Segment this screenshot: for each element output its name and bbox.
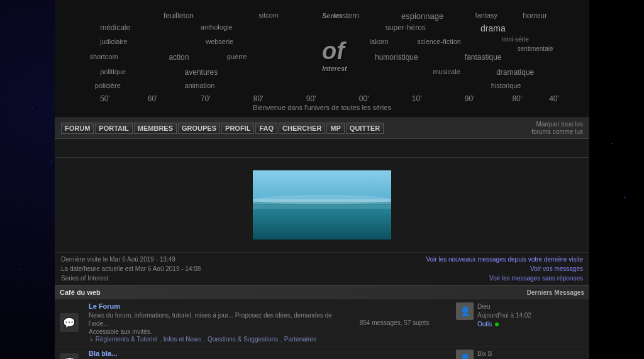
nav-profil[interactable]: PROFIL	[221, 123, 254, 134]
tag-dramatique: dramatique	[496, 68, 534, 77]
navbar: FORUM PORTAIL MEMBRES GROUPES PROFIL FAQ…	[55, 118, 589, 139]
nav-mp[interactable]: MP	[326, 123, 345, 134]
hero-area	[55, 158, 589, 252]
forum-title-le-forum[interactable]: Le Forum	[89, 302, 120, 310]
tag-10s: 10'	[412, 94, 422, 103]
header-banner: feuilleton sitcom western espionnage fan…	[55, 0, 589, 118]
forum-title-bla-bla[interactable]: Bla bla...	[89, 350, 117, 357]
tag-90s-a: 90'	[306, 94, 316, 103]
forum-stats-le-forum: 854 messages, 57 sujets	[338, 299, 451, 346]
ad-bar	[55, 139, 589, 158]
your-messages-link[interactable]: Voir vos messages	[530, 265, 583, 272]
section-cafe-du-web: Café du web Derniers Messages 💬 Le Forum…	[55, 285, 589, 359]
nav-portail[interactable]: PORTAIL	[95, 123, 132, 134]
tag-sitcom: sitcom	[258, 11, 279, 19]
no-reply-link[interactable]: Voir les messages sans réponses	[489, 275, 583, 282]
sub-links-le-forum: ↳ Règlements & Tutoriel, Infos et News, …	[89, 336, 333, 343]
forum-info-le-forum: Le Forum News du forum, informations, tu…	[84, 299, 338, 346]
nav-groupes[interactable]: GROUPES	[178, 123, 220, 134]
forum-last-bla-bla: 👤 Bix B Aujourd'hui à 14:05 Outis	[451, 346, 589, 360]
nav-quitter[interactable]: QUITTER	[346, 123, 384, 134]
welcome-text: Bienvenue dans l'univers de toutes les s…	[58, 104, 586, 114]
forum-table-cafe: 💬 Le Forum News du forum, informations, …	[55, 299, 589, 359]
forum-icon-bla-bla: 💭	[60, 353, 79, 359]
tag-historique: historique	[491, 82, 521, 89]
last-post-topic-le-forum: Dieu	[477, 302, 531, 311]
current-date-text: La date/heure actuelle est Mar 6 Aoû 201…	[61, 264, 201, 273]
tag-judiciaire: judiciaire	[100, 38, 127, 45]
nav-forum[interactable]: FORUM	[61, 123, 94, 134]
last-msg-le-forum: 👤 Dieu Aujourd'hui à 14:02 Outis	[456, 302, 584, 329]
last-msg-info-bla-bla: Bix B Aujourd'hui à 14:05 Outis	[477, 350, 531, 359]
tag-sentimentale: sentimentale	[518, 45, 553, 52]
forum-icon-le-forum: 💬	[60, 313, 79, 332]
forum-stats-bla-bla: 10100 messages, 57 sujets	[338, 346, 451, 360]
tag-sf: science-fiction	[417, 38, 461, 45]
last-post-topic-bla-bla: Bix B	[477, 350, 531, 358]
tag-aventures: aventures	[185, 68, 218, 77]
forum-row-bla-bla: 💭 Bla bla... Pour papoter de tout, de ri…	[55, 346, 589, 360]
nav-membres[interactable]: MEMBRES	[134, 123, 177, 134]
nav-chercher[interactable]: CHERCHER	[279, 123, 325, 134]
tag-feuilleton: feuilleton	[164, 11, 194, 20]
forum-last-le-forum: 👤 Dieu Aujourd'hui à 14:02 Outis	[451, 299, 589, 346]
tag-00s: 00'	[359, 94, 369, 103]
title-series: Series	[322, 13, 343, 19]
tag-fantasy: fantasy	[475, 11, 497, 19]
forum-info-bla-bla: Bla bla... Pour papoter de tout, de rien…	[84, 346, 338, 360]
tag-50s: 50'	[100, 94, 110, 103]
tag-lakorn: lakorn	[370, 38, 389, 45]
tag-fantastique: fantastique	[465, 53, 502, 62]
tag-musicale: musicale	[433, 68, 460, 75]
avatar-le-forum: 👤	[456, 302, 474, 320]
tag-40s: 40'	[549, 94, 559, 103]
last-msg-bla-bla: 👤 Bix B Aujourd'hui à 14:05 Outis	[456, 350, 584, 359]
tag-80s: 80'	[253, 94, 264, 103]
link-questions[interactable]: Questions & Suggestions	[208, 336, 278, 343]
word-cloud: feuilleton sitcom western espionnage fan…	[58, 6, 586, 101]
link-partenaires[interactable]: Partenaires	[284, 336, 316, 343]
forum-icon-cell-le-forum: 💬	[55, 299, 84, 346]
online-indicator	[495, 323, 499, 326]
title-interest: Interest	[322, 65, 347, 72]
forum-row-le-forum: 💬 Le Forum News du forum, informations, …	[55, 299, 589, 346]
tag-60s: 60'	[148, 94, 158, 103]
tag-anthologie: anthologie	[201, 23, 233, 31]
tag-guerre: guerre	[227, 53, 247, 60]
tag-drama: drama	[480, 23, 506, 33]
last-post-time-le-forum: Aujourd'hui à 14:02	[477, 311, 531, 320]
tag-action: action	[169, 53, 189, 62]
last-post-author-le-forum: Outis	[477, 320, 531, 329]
hero-image	[253, 170, 391, 240]
forum-icon-cell-bla-bla: 💭	[55, 346, 84, 360]
author-link-le-forum[interactable]: Outis	[477, 321, 492, 328]
new-messages-link[interactable]: Voir les nouveaux messages depuis votre …	[426, 256, 583, 263]
section-header-cafe: Café du web Derniers Messages	[55, 285, 589, 299]
tag-webserie: webserie	[206, 38, 233, 45]
tag-80s-b: 80'	[512, 94, 522, 103]
info-bar: Dernière visite le Mar 6 Aoû 2019 - 13:4…	[55, 252, 589, 285]
section-title-cafe: Café du web	[60, 289, 101, 296]
tag-super-heros: super-héros	[386, 23, 426, 32]
stats-text-le-forum: 854 messages, 57 sujets	[343, 319, 446, 326]
title-of: of	[322, 39, 345, 63]
tag-medicale: médicale	[100, 23, 130, 32]
right-info: Voir les nouveaux messages depuis votre …	[426, 255, 583, 283]
link-reglement[interactable]: Règlements & Tutoriel	[96, 336, 157, 343]
tag-70s: 70'	[201, 94, 211, 103]
forum-name-text: Series of Interest	[61, 273, 201, 283]
mark-all-read[interactable]: Marquer tous les forums comme lus	[520, 121, 583, 136]
forum-desc-le-forum: News du forum, informations, tutoriel, m…	[89, 311, 333, 336]
tag-humoristique: humoristique	[375, 53, 418, 62]
last-msg-info-le-forum: Dieu Aujourd'hui à 14:02 Outis	[477, 302, 531, 329]
main-content: Dernière visite le Mar 6 Aoû 2019 - 13:4…	[55, 158, 589, 359]
tag-miniserie: mini-série	[502, 36, 529, 43]
tag-politique: politique	[100, 68, 126, 75]
left-info: Dernière visite le Mar 6 Aoû 2019 - 13:4…	[61, 255, 201, 283]
tag-animation: animation	[185, 82, 215, 89]
tag-policiere: policière	[95, 82, 121, 89]
link-infos[interactable]: Infos et News	[164, 336, 202, 343]
tag-shortcom: shortcom	[89, 53, 118, 60]
last-visit-text: Dernière visite le Mar 6 Aoû 2019 - 13:4…	[61, 255, 201, 264]
nav-faq[interactable]: FAQ	[255, 123, 277, 134]
